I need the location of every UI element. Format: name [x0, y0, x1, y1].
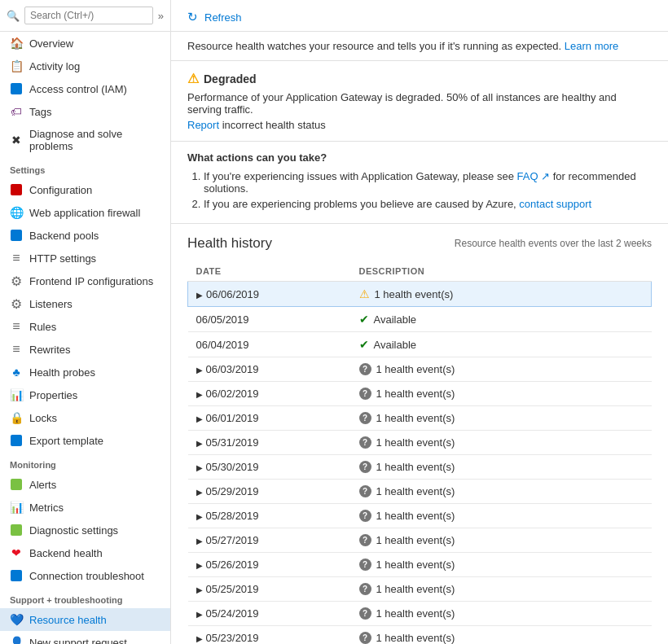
learn-more-link[interactable]: Learn more	[565, 40, 618, 52]
sidebar-section-support: Support + troubleshooting	[0, 587, 170, 608]
sidebar-item-label: Web application firewall	[29, 207, 140, 219]
sidebar-search-bar[interactable]: 🔍 »	[0, 0, 170, 32]
listeners-icon: ⚙	[10, 297, 23, 310]
sidebar-item-tags[interactable]: 🏷 Tags	[0, 100, 170, 123]
row-expand-arrow[interactable]: ▶	[196, 634, 203, 643]
refresh-button[interactable]: Refresh	[204, 11, 242, 24]
row-expand-arrow[interactable]: ▶	[196, 366, 203, 375]
degraded-title: ⚠ Degraded	[187, 71, 652, 86]
sidebar-item-label: Configuration	[29, 184, 92, 196]
row-expand-arrow[interactable]: ▶	[196, 512, 203, 521]
row-expand-arrow[interactable]: ▶	[196, 561, 203, 570]
faq-link[interactable]: FAQ ↗	[517, 170, 551, 182]
sidebar-item-export-template[interactable]: Export template	[0, 429, 170, 452]
table-row[interactable]: 06/05/2019✔Available	[188, 307, 652, 332]
table-row[interactable]: ▶05/24/2019?1 health event(s)	[188, 602, 652, 626]
info-status-icon: ?	[359, 461, 371, 473]
svg-rect-0	[11, 83, 22, 94]
sidebar-item-backend-health[interactable]: ❤ Backend health	[0, 541, 170, 564]
sidebar-item-health-probes[interactable]: ♣ Health probes	[0, 361, 170, 383]
table-row[interactable]: ▶05/30/2019?1 health event(s)	[188, 455, 652, 480]
search-input[interactable]	[24, 7, 153, 24]
warning-status-icon: ⚠	[359, 287, 370, 300]
sidebar-section-settings: Settings	[0, 157, 170, 178]
table-row[interactable]: 06/04/2019✔Available	[188, 332, 652, 357]
sidebar-item-label: Alerts	[29, 479, 56, 491]
sidebar-item-waf[interactable]: 🌐 Web application firewall	[0, 201, 170, 224]
locks-icon: 🔒	[10, 411, 23, 424]
sidebar-item-rules[interactable]: ≡ Rules	[0, 315, 170, 338]
description-text: 1 health event(s)	[376, 461, 455, 473]
row-expand-arrow[interactable]: ▶	[196, 537, 203, 545]
sidebar-item-rewrites[interactable]: ≡ Rewrites	[0, 338, 170, 361]
collapse-icon[interactable]: »	[158, 10, 164, 22]
description-text: 1 health event(s)	[376, 363, 455, 375]
table-cell-date: ▶06/06/2019	[188, 282, 351, 307]
sidebar-item-properties[interactable]: 📊 Properties	[0, 383, 170, 406]
sidebar-item-frontend-ip[interactable]: ⚙ Frontend IP configurations	[0, 269, 170, 292]
row-expand-arrow[interactable]: ▶	[196, 291, 203, 300]
info-status-icon: ?	[359, 583, 371, 595]
backend-pools-icon	[10, 229, 23, 242]
info-status-icon: ?	[359, 607, 371, 620]
sidebar-item-locks[interactable]: 🔒 Locks	[0, 406, 170, 429]
table-cell-description: ✔Available	[351, 332, 652, 357]
table-row[interactable]: ▶06/02/2019?1 health event(s)	[188, 382, 652, 406]
sidebar-item-alerts[interactable]: Alerts	[0, 473, 170, 496]
report-link[interactable]: Report	[187, 119, 219, 131]
sidebar-item-diagnose[interactable]: ✖ Diagnose and solve problems	[0, 123, 170, 157]
table-cell-description: ?1 health event(s)	[351, 357, 652, 382]
sidebar-monitoring-items: Alerts 📊 Metrics Diagnostic settings ❤ B…	[0, 473, 170, 587]
row-expand-arrow[interactable]: ▶	[196, 610, 203, 619]
sidebar-item-label: Diagnose and solve problems	[29, 128, 160, 152]
sidebar-item-activity-log[interactable]: 📋 Activity log	[0, 55, 170, 77]
resource-health-icon: 💙	[10, 613, 23, 626]
degraded-description: Performance of your Application Gateway …	[187, 91, 652, 116]
sidebar-item-metrics[interactable]: 📊 Metrics	[0, 496, 170, 519]
table-row[interactable]: ▶06/06/2019⚠1 health event(s)	[188, 282, 652, 307]
table-row[interactable]: ▶05/23/2019?1 health event(s)	[188, 626, 652, 645]
table-row[interactable]: ▶05/28/2019?1 health event(s)	[188, 504, 652, 528]
sidebar-item-access-control[interactable]: Access control (IAM)	[0, 77, 170, 100]
sidebar-item-overview[interactable]: 🏠 Overview	[0, 32, 170, 55]
table-row[interactable]: ▶05/31/2019?1 health event(s)	[188, 431, 652, 455]
table-row[interactable]: ▶06/01/2019?1 health event(s)	[188, 406, 652, 431]
info-status-icon: ?	[359, 412, 371, 424]
sidebar-item-label: Backend health	[29, 547, 103, 559]
row-expand-arrow[interactable]: ▶	[196, 488, 203, 497]
table-row[interactable]: ▶05/27/2019?1 health event(s)	[188, 528, 652, 553]
contact-support-link[interactable]: contact support	[519, 198, 591, 210]
health-probes-icon: ♣	[10, 366, 23, 379]
report-suffix: incorrect health status	[219, 119, 326, 131]
table-row[interactable]: ▶05/26/2019?1 health event(s)	[188, 553, 652, 577]
http-settings-icon: ≡	[10, 252, 23, 265]
sidebar-item-backend-pools[interactable]: Backend pools	[0, 224, 170, 247]
sidebar-item-http-settings[interactable]: ≡ HTTP settings	[0, 247, 170, 269]
table-row[interactable]: ▶05/25/2019?1 health event(s)	[188, 577, 652, 602]
sidebar-item-resource-health[interactable]: 💙 Resource health	[0, 608, 170, 631]
row-expand-arrow[interactable]: ▶	[196, 439, 203, 448]
properties-icon: 📊	[10, 388, 23, 401]
table-row[interactable]: ▶06/03/2019?1 health event(s)	[188, 357, 652, 382]
sidebar-item-label: Health probes	[29, 366, 95, 379]
sidebar-item-configuration[interactable]: Configuration	[0, 178, 170, 201]
row-expand-arrow[interactable]: ▶	[196, 585, 203, 594]
sidebar-item-label: Export template	[29, 435, 103, 447]
sidebar-item-listeners[interactable]: ⚙ Listeners	[0, 292, 170, 315]
table-cell-date: 06/05/2019	[188, 307, 351, 332]
sidebar: 🔍 » 🏠 Overview 📋 Activity log Access con…	[0, 0, 171, 644]
row-expand-arrow[interactable]: ▶	[196, 390, 203, 399]
alerts-icon	[10, 478, 23, 491]
warning-icon: ⚠	[187, 71, 199, 86]
row-expand-arrow[interactable]: ▶	[196, 463, 203, 472]
table-row[interactable]: ▶05/29/2019?1 health event(s)	[188, 480, 652, 504]
sidebar-item-new-support[interactable]: 👤 New support request	[0, 631, 170, 644]
table-cell-date: ▶05/27/2019	[188, 528, 351, 553]
sidebar-item-label: Properties	[29, 389, 77, 401]
description-text: 1 health event(s)	[376, 412, 455, 424]
table-cell-date: ▶05/29/2019	[188, 480, 351, 504]
row-expand-arrow[interactable]: ▶	[196, 414, 203, 423]
sidebar-item-connection-troubleshoot[interactable]: Connection troubleshoot	[0, 564, 170, 587]
sidebar-item-diagnostic-settings[interactable]: Diagnostic settings	[0, 519, 170, 541]
table-cell-date: ▶06/01/2019	[188, 406, 351, 431]
